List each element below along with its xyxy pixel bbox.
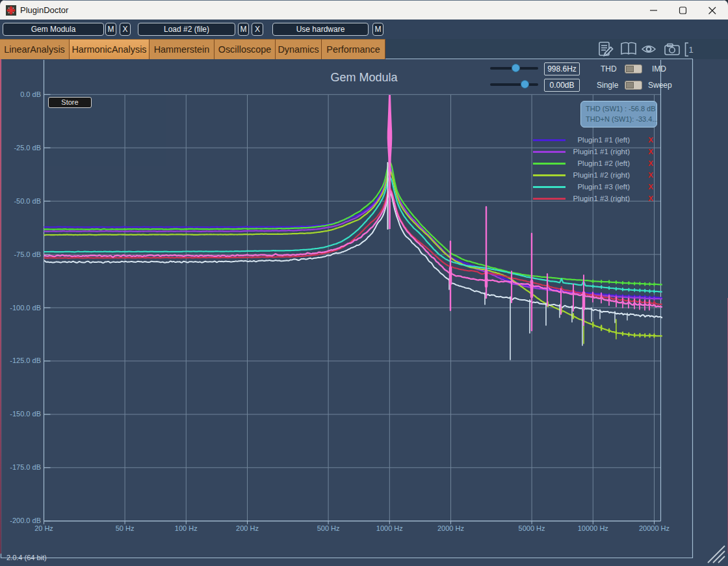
svg-text:5000 Hz: 5000 Hz: [519, 524, 545, 532]
svg-text:20 Hz: 20 Hz: [34, 524, 53, 532]
svg-text:20000 Hz: 20000 Hz: [639, 524, 670, 532]
svg-text:1000 Hz: 1000 Hz: [376, 524, 403, 532]
svg-text:-200.0 dB: -200.0 dB: [10, 517, 41, 524]
svg-text:50 Hz: 50 Hz: [116, 524, 135, 532]
svg-text:Gem Modula: Gem Modula: [330, 71, 398, 84]
svg-text:10000 Hz: 10000 Hz: [578, 524, 608, 532]
svg-text:-50.0 dB: -50.0 dB: [14, 197, 41, 205]
svg-text:-175.0 dB: -175.0 dB: [10, 463, 41, 471]
svg-text:-100.0 dB: -100.0 dB: [10, 304, 41, 312]
svg-text:100 Hz: 100 Hz: [175, 524, 198, 532]
svg-text:-25.0 dB: -25.0 dB: [14, 144, 41, 152]
svg-text:-150.0 dB: -150.0 dB: [10, 410, 41, 418]
svg-text:1: 1: [689, 45, 694, 55]
svg-text:2.0.4 (64 bit): 2.0.4 (64 bit): [6, 554, 47, 561]
svg-text:500 Hz: 500 Hz: [317, 524, 340, 532]
svg-text:-75.0 dB: -75.0 dB: [14, 250, 41, 258]
svg-text:2000 Hz: 2000 Hz: [437, 524, 464, 532]
svg-text:-125.0 dB: -125.0 dB: [10, 357, 41, 364]
svg-text:0.0 dB: 0.0 dB: [20, 90, 41, 98]
svg-text:200 Hz: 200 Hz: [236, 524, 259, 532]
